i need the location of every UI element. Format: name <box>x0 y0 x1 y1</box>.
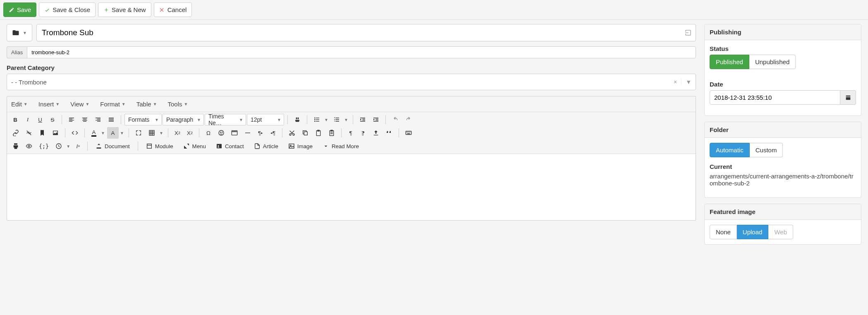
align-justify-button[interactable] <box>105 114 117 125</box>
paste-text-button[interactable] <box>325 127 338 139</box>
insert-menu-button[interactable]: Menu <box>179 140 210 152</box>
insert-readmore-button[interactable]: Read More <box>318 140 363 152</box>
calendar-icon <box>845 94 851 101</box>
emoji-button[interactable] <box>215 127 227 139</box>
status-published[interactable]: Published <box>710 55 749 69</box>
table-button[interactable] <box>146 127 158 139</box>
clear-icon[interactable]: × <box>674 79 677 85</box>
menu-tools[interactable]: Tools▼ <box>166 98 190 110</box>
font-size-select[interactable]: 12pt▼ <box>247 114 284 125</box>
upload-button[interactable] <box>370 127 382 139</box>
align-right-button[interactable] <box>92 114 104 125</box>
save-close-button[interactable]: Save & Close <box>39 2 96 17</box>
svg-rect-18 <box>147 144 151 149</box>
versions-icon[interactable] <box>684 29 692 36</box>
bullet-list-menu[interactable]: ▼ <box>323 114 330 125</box>
insert-image-button[interactable]: Image <box>284 140 317 152</box>
insert-document-button[interactable]: Document <box>91 140 134 152</box>
caret-down-icon[interactable]: ▼ <box>681 79 691 85</box>
cut-button[interactable] <box>286 127 298 139</box>
menu-insert[interactable]: Insert▼ <box>37 98 61 110</box>
editor-content[interactable] <box>7 154 696 220</box>
featured-web[interactable]: Web <box>768 225 793 239</box>
menu-table[interactable]: Table▼ <box>135 98 159 110</box>
numbered-list-button[interactable] <box>330 114 343 125</box>
underline-button[interactable]: U <box>34 114 46 125</box>
bookmark-button[interactable] <box>36 127 48 139</box>
numbered-list-menu[interactable]: ▼ <box>343 114 349 125</box>
hr-button[interactable] <box>242 127 254 139</box>
datetime-menu[interactable]: ▼ <box>65 140 72 152</box>
save-button[interactable]: Save <box>3 2 36 17</box>
calendar-button[interactable] <box>840 90 856 105</box>
date-input[interactable] <box>710 90 840 105</box>
featured-none[interactable]: None <box>710 225 737 239</box>
insert-module-button[interactable]: Module <box>141 140 178 152</box>
print-button[interactable] <box>10 140 22 152</box>
indent-button[interactable] <box>370 114 382 125</box>
keyboard-button[interactable] <box>402 127 415 139</box>
code-button[interactable] <box>69 127 81 139</box>
outdent-button[interactable] <box>356 114 369 125</box>
insert-contact-button[interactable]: Contact <box>211 140 249 152</box>
alias-input[interactable] <box>27 46 696 58</box>
copy-button[interactable] <box>299 127 311 139</box>
block-select[interactable]: Paragraph▼ <box>163 114 204 125</box>
save-new-button[interactable]: Save & New <box>98 2 151 17</box>
bg-color-button[interactable]: A <box>107 127 119 139</box>
fullscreen-button[interactable] <box>132 127 145 139</box>
show-invis-button[interactable]: ¶ <box>357 127 369 139</box>
strike-button[interactable]: S <box>47 114 58 125</box>
menu-edit[interactable]: Edit▼ <box>10 98 29 110</box>
show-para-button[interactable]: ¶ <box>345 127 356 139</box>
folder-automatic[interactable]: Automatic <box>710 143 750 157</box>
folder-custom[interactable]: Custom <box>750 143 783 157</box>
clear-format-button[interactable]: I× <box>72 140 84 152</box>
undo-button[interactable] <box>389 114 402 125</box>
title-input[interactable] <box>36 24 696 41</box>
find-replace-button[interactable] <box>291 114 304 125</box>
image-button[interactable] <box>49 127 62 139</box>
parent-category-select[interactable]: - - Trombone × ▼ <box>7 74 696 90</box>
alias-label: Alias <box>7 46 27 58</box>
align-center-button[interactable] <box>79 114 91 125</box>
font-family-select[interactable]: Times Ne…▼ <box>205 114 246 125</box>
parent-label: Parent Category <box>7 64 696 71</box>
save-new-label: Save & New <box>112 5 146 14</box>
blockquote-button[interactable] <box>383 127 395 139</box>
bullet-list-button[interactable] <box>311 114 323 125</box>
cancel-button[interactable]: Cancel <box>154 2 192 17</box>
insert-article-button[interactable]: Article <box>249 140 283 152</box>
editor-toolbar: B I U S Formats▼ Paragraph▼ Times Ne…▼ 1… <box>7 112 696 154</box>
datetime-button[interactable] <box>53 140 65 152</box>
folder-icon <box>12 29 19 36</box>
category-picker-button[interactable]: ▼ <box>7 24 32 41</box>
align-left-button[interactable] <box>65 114 78 125</box>
superscript-button[interactable]: X2 <box>184 127 196 139</box>
redo-button[interactable] <box>402 114 415 125</box>
link-button[interactable] <box>10 127 22 139</box>
rtl-button[interactable]: ◂¶ <box>267 127 279 139</box>
text-color-button[interactable]: A <box>88 127 100 139</box>
featured-upload[interactable]: Upload <box>737 225 769 239</box>
bold-button[interactable]: B <box>10 114 21 125</box>
paste-button[interactable] <box>312 127 325 139</box>
special-char-button[interactable]: Ω <box>203 127 214 139</box>
text-color-menu[interactable]: ▼ <box>100 127 106 139</box>
unlink-button[interactable] <box>23 127 35 139</box>
codesample-button[interactable]: {;} <box>36 140 52 152</box>
cancel-label: Cancel <box>167 5 187 14</box>
menu-view[interactable]: View▼ <box>69 98 91 110</box>
subscript-button[interactable]: X2 <box>172 127 183 139</box>
current-path: arrangements/current-arrangements-a-z/tr… <box>710 173 856 187</box>
bg-color-menu[interactable]: ▼ <box>119 127 125 139</box>
menu-format[interactable]: Format▼ <box>98 98 127 110</box>
ltr-button[interactable]: ¶▸ <box>255 127 266 139</box>
status-unpublished[interactable]: Unpublished <box>749 55 796 69</box>
formats-select[interactable]: Formats▼ <box>124 114 162 125</box>
media-button[interactable] <box>228 127 241 139</box>
table-menu[interactable]: ▼ <box>158 127 165 139</box>
preview-button[interactable] <box>23 140 35 152</box>
save-label: Save <box>17 5 31 14</box>
italic-button[interactable]: I <box>22 114 33 125</box>
